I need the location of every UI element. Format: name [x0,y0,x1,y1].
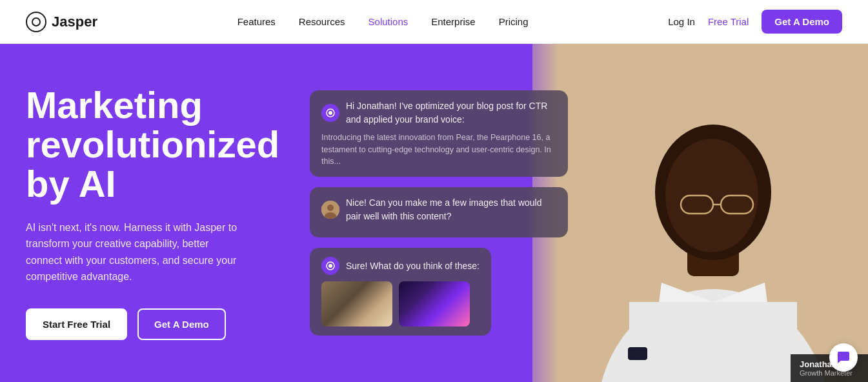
hero-buttons: Start Free Trial Get A Demo [26,308,245,340]
jasper-ai-icon-2 [325,261,336,271]
ai-icon-2 [321,257,339,275]
bubble-3-header: Sure! What do you think of these: [321,257,479,275]
chat-bubble-1: Hi Jonathan! I've optimized your blog po… [310,90,568,177]
user-avatar-icon [321,201,339,219]
get-demo-nav-button[interactable]: Get A Demo [762,10,842,34]
svg-rect-15 [629,302,797,382]
start-free-trial-button[interactable]: Start Free Trial [26,308,127,340]
nav-link-enterprise[interactable]: Enterprise [431,16,475,27]
logo[interactable]: Jasper [26,12,97,32]
hero-title: Marketing revolutionized by AI [26,86,245,204]
generated-image-1 [321,281,392,327]
user-avatar [321,201,339,219]
nav-links: Features Resources Solutions Enterprise … [237,16,529,27]
svg-point-1 [328,111,332,115]
free-trial-link[interactable]: Free Trial [708,16,749,27]
logo-text: Jasper [52,14,97,30]
nav-link-resources[interactable]: Resources [299,16,345,27]
logo-inner-circle [32,17,41,26]
image-neon-city [399,281,470,327]
bubble-2-text: Nice! Can you make me a few images that … [346,196,556,223]
nav-link-solutions[interactable]: Solutions [368,16,409,27]
bubble-2-header: Nice! Can you make me a few images that … [321,196,556,223]
svg-point-6 [328,264,332,268]
generated-images [321,281,479,327]
bubble-1-header-text: Hi Jonathan! I've optimized your blog po… [346,99,556,126]
hero-right: Hi Jonathan! I've optimized your blog po… [271,44,868,382]
bubble-3-header-text: Sure! What do you think of these: [346,259,479,273]
image-landscape [321,281,392,327]
chat-area: Hi Jonathan! I've optimized your blog po… [271,44,594,382]
bubble-1-header: Hi Jonathan! I've optimized your blog po… [321,99,556,126]
login-link[interactable]: Log In [668,16,695,27]
hero-left: Marketing revolutionized by AI AI isn't … [0,44,271,382]
nav-link-pricing[interactable]: Pricing [499,16,529,27]
nav-actions: Log In Free Trial Get A Demo [668,10,842,34]
ai-icon [321,104,339,122]
get-demo-hero-button[interactable]: Get A Demo [137,308,226,340]
hero-section: Marketing revolutionized by AI AI isn't … [0,44,868,382]
generated-image-2 [399,281,470,327]
chat-widget-button[interactable] [829,343,858,372]
chat-bubble-3: Sure! What do you think of these: [310,248,491,336]
svg-rect-16 [628,347,647,360]
logo-icon [26,12,46,32]
person-title: Growth Marketer [800,369,859,377]
chat-bubble-2: Nice! Can you make me a few images that … [310,187,568,237]
nav-link-features[interactable]: Features [237,16,276,27]
hero-subtitle: AI isn't next, it's now. Harness it with… [26,219,245,285]
chat-bubble-icon [836,350,851,365]
bubble-1-body-text: Introducing the latest innovation from P… [321,132,556,168]
navbar: Jasper Features Resources Solutions Ente… [0,0,868,44]
svg-point-3 [327,205,334,211]
jasper-ai-icon [325,108,336,118]
